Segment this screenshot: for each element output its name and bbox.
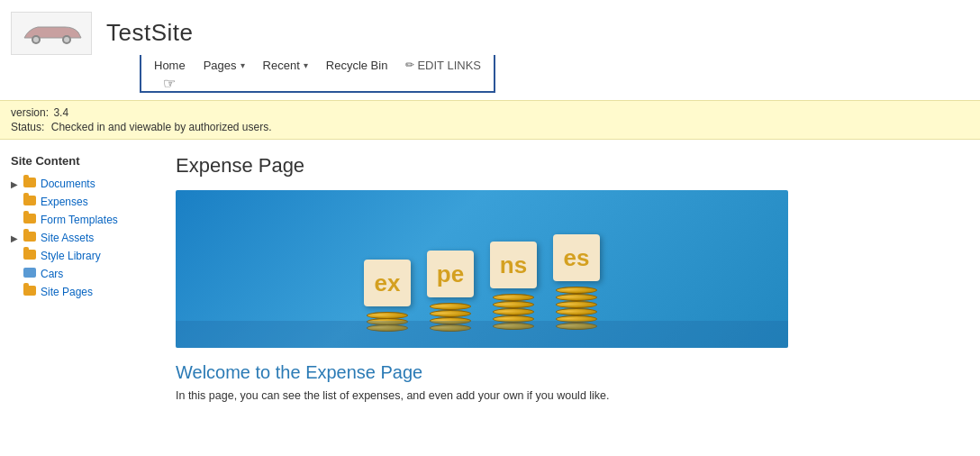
expenses-link[interactable]: Expenses: [41, 196, 88, 208]
expand-arrow-icon: ▶: [11, 233, 22, 243]
form-templates-link[interactable]: Form Templates: [41, 214, 118, 226]
sidebar-item-style-library[interactable]: Style Library: [11, 247, 147, 265]
nav-recent-label: Recent: [263, 59, 300, 72]
sidebar-item-form-templates[interactable]: Form Templates: [11, 211, 147, 229]
coin-stack-2: pe: [427, 251, 474, 332]
nav-recycle-bin[interactable]: Recycle Bin: [317, 53, 397, 78]
picture-icon: [23, 267, 38, 281]
pages-chevron-icon: ▾: [240, 60, 245, 70]
site-assets-link[interactable]: Site Assets: [41, 232, 94, 244]
sidebar-title: Site Content: [11, 154, 147, 168]
coin: [367, 318, 408, 325]
coin: [556, 308, 597, 315]
pencil-icon: ✏: [405, 59, 414, 71]
folder-icon: [23, 195, 38, 209]
coin-stack-3: ns: [490, 242, 537, 332]
coin: [493, 323, 534, 330]
coins-3: [490, 294, 537, 332]
sidebar-item-cars[interactable]: Cars: [11, 265, 147, 283]
coin: [430, 317, 471, 324]
folder-icon: [23, 231, 38, 245]
coins-2: [427, 303, 474, 332]
sidebar: Site Content ▶ Documents Expenses Form T…: [0, 154, 158, 405]
site-title: TestSite: [106, 19, 194, 47]
recent-chevron-icon: ▾: [304, 60, 308, 70]
sidebar-item-site-pages[interactable]: Site Pages: [11, 283, 147, 301]
hero-image: ex pe n: [176, 190, 788, 348]
folder-icon: [23, 177, 38, 191]
letter-block-es: es: [553, 234, 600, 281]
coins-1: [364, 312, 411, 332]
main-layout: Site Content ▶ Documents Expenses Form T…: [0, 154, 980, 405]
main-content: Expense Page ex pe: [158, 154, 980, 405]
nav-recycle-label: Recycle Bin: [326, 59, 388, 72]
coin: [556, 294, 597, 301]
coin: [556, 287, 597, 294]
folder-icon: [23, 213, 38, 227]
nav-pages-label: Pages: [204, 59, 237, 72]
sidebar-item-expenses[interactable]: Expenses: [11, 193, 147, 211]
logo-area: [11, 12, 92, 55]
sidebar-item-documents[interactable]: ▶ Documents: [11, 175, 147, 193]
status-value: Checked in and viewable by authorized us…: [51, 121, 272, 133]
nav-edit-label: EDIT LINKS: [417, 59, 481, 72]
nav-pages[interactable]: Pages ▾: [195, 53, 254, 78]
welcome-text: In this page, you can see the list of ex…: [176, 388, 962, 405]
coin: [493, 301, 534, 308]
coin: [493, 294, 534, 301]
sidebar-item-site-assets[interactable]: ▶ Site Assets: [11, 229, 147, 247]
coin-stacks: ex pe n: [364, 234, 600, 332]
nav-home-label: Home: [154, 59, 186, 72]
cursor-pointer: ☞: [163, 75, 176, 92]
coin: [493, 308, 534, 315]
nav-edit-links[interactable]: ✏ EDIT LINKS: [396, 53, 490, 78]
cars-link[interactable]: Cars: [41, 268, 63, 280]
coin-stack-1: ex: [364, 260, 411, 332]
car-icon: [20, 20, 83, 47]
documents-link[interactable]: Documents: [41, 178, 95, 190]
coin: [556, 315, 597, 323]
site-pages-link[interactable]: Site Pages: [41, 286, 93, 298]
svg-point-2: [33, 37, 39, 42]
letter-block-pe: pe: [427, 251, 474, 297]
nav-recent[interactable]: Recent ▾: [254, 53, 317, 78]
coin: [430, 303, 471, 310]
coin-stack-4: es: [553, 234, 600, 332]
nav-home[interactable]: Home ☞: [145, 53, 195, 78]
notification-bar: version: 3.4 Status: Checked in and view…: [0, 100, 980, 140]
coin: [556, 323, 597, 330]
page-title: Expense Page: [176, 154, 962, 178]
coin: [493, 315, 534, 323]
coins-4: [553, 287, 600, 332]
folder-icon: [23, 285, 38, 299]
svg-point-3: [64, 37, 69, 42]
letter-block-ns: ns: [490, 242, 537, 288]
coin: [556, 301, 597, 308]
expand-arrow-icon: ▶: [11, 179, 22, 189]
version-value: 3.4: [53, 106, 68, 119]
site-logo: [11, 12, 92, 55]
nav-bar: Home ☞ Pages ▾ Recent ▾ Recycle Bin ✏ ED…: [141, 48, 494, 82]
letter-block-ex: ex: [364, 260, 411, 306]
style-library-link[interactable]: Style Library: [41, 250, 101, 262]
coin: [430, 324, 471, 332]
status-label: Status:: [11, 121, 44, 133]
coin: [430, 310, 471, 317]
welcome-heading: Welcome to the Expense Page: [176, 362, 962, 383]
version-label: version:: [11, 106, 49, 119]
coin: [367, 324, 408, 332]
folder-icon: [23, 249, 38, 263]
